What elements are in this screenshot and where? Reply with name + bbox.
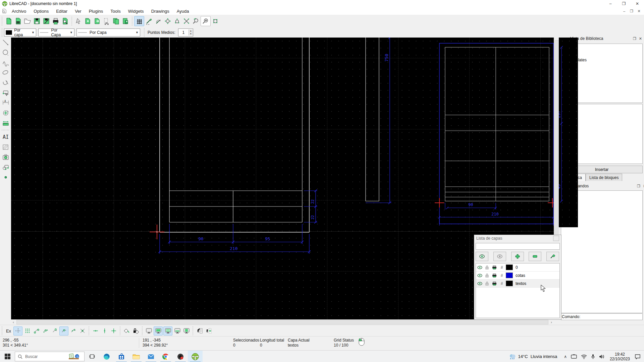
cut-icon[interactable] <box>102 16 111 26</box>
export-block-button[interactable] <box>93 16 102 26</box>
layer-visible-icon[interactable] <box>476 274 483 277</box>
layer-name[interactable]: textos <box>516 281 526 286</box>
drawing-canvas[interactable]: 90 95 210 22 22 750 <box>11 38 554 319</box>
layer-filter-input[interactable] <box>476 243 560 250</box>
layer-palette-title-bar[interactable]: Lista de capas <box>474 235 561 242</box>
pen-style-combo[interactable]: Por Capa ▼ <box>76 28 140 37</box>
snap-free-button[interactable] <box>13 326 22 336</box>
scroll-left-icon[interactable]: ‹ <box>11 320 16 324</box>
line-tool-button[interactable] <box>1 38 10 48</box>
add-layer-button[interactable] <box>511 252 524 261</box>
remove-layer-button[interactable] <box>529 252 541 261</box>
set-relative-zero-button[interactable] <box>122 327 131 335</box>
toolbar-handle[interactable] <box>141 326 144 335</box>
taskbar-store-icon[interactable] <box>114 351 129 362</box>
toolbar-handle[interactable] <box>88 326 90 335</box>
add-entity-attributes-button[interactable] <box>195 327 204 335</box>
draw-order-middle-button[interactable] <box>163 326 172 336</box>
taskbar-chrome-icon[interactable] <box>158 351 173 362</box>
draw-order-top-button[interactable] <box>154 326 163 336</box>
snap-endpoint-button[interactable] <box>32 327 41 335</box>
text-tool-button[interactable]: AI <box>1 132 10 142</box>
zoom-pan-button[interactable] <box>163 16 172 26</box>
menu-editar[interactable]: Editar <box>52 7 71 15</box>
restrict-vertical-button[interactable] <box>100 327 109 335</box>
layer-construction-icon[interactable]: # <box>498 281 505 286</box>
notification-center-icon[interactable] <box>635 354 641 359</box>
redraw-view-button[interactable] <box>182 327 191 335</box>
snap-center-button[interactable] <box>50 327 59 335</box>
layer-print-icon[interactable] <box>491 274 498 278</box>
toolbar-handle[interactable] <box>1 28 3 37</box>
dimension-tool-button[interactable]: A <box>1 98 10 108</box>
layer-name[interactable]: 0 <box>516 265 518 270</box>
cast-icon[interactable] <box>571 354 577 359</box>
spin-up-icon[interactable]: ▲ <box>189 29 193 33</box>
new-document-button[interactable] <box>4 16 13 26</box>
move-rotate-tool-button[interactable] <box>1 108 10 118</box>
select-pointer-button[interactable] <box>74 16 83 26</box>
weather-temperature[interactable]: 14°C <box>518 354 528 359</box>
taskbar-edge-icon[interactable] <box>99 351 114 362</box>
mdi-restore-button[interactable]: ❐ <box>628 8 635 14</box>
close-button[interactable]: ✕ <box>631 0 644 7</box>
add-selection-attributes-button[interactable] <box>204 327 213 335</box>
image-tool-button[interactable] <box>1 152 10 162</box>
toolbar-handle[interactable] <box>192 326 194 335</box>
hatch-tool-button[interactable] <box>1 142 10 152</box>
open-file-button[interactable] <box>23 16 32 26</box>
print-preview-button[interactable] <box>60 16 70 26</box>
snap-on-entity-button[interactable] <box>41 327 50 335</box>
weather-description[interactable]: Lluvia intensa <box>531 354 557 359</box>
float-panel-icon[interactable]: ❐ <box>637 184 640 188</box>
show-all-layers-button[interactable] <box>476 252 488 261</box>
zoom-redraw-button[interactable] <box>172 16 182 26</box>
restrict-horizontal-button[interactable] <box>91 327 100 335</box>
layer-name[interactable]: cotas <box>516 273 525 278</box>
zoom-in-button[interactable] <box>201 16 211 26</box>
grid-toggle-button[interactable] <box>134 16 144 26</box>
spin-down-icon[interactable]: ▼ <box>189 33 193 36</box>
lock-relative-zero-button[interactable] <box>131 327 140 335</box>
menu-plugins[interactable]: Plugins <box>85 7 107 15</box>
menu-archivo[interactable]: Archivo <box>8 7 30 15</box>
toolbar-handle[interactable] <box>70 17 73 25</box>
tab-lista-de-bloques[interactable]: Lista de bloques <box>586 174 622 181</box>
midpoints-spinner[interactable]: 1 ▲▼ <box>178 28 193 37</box>
start-button[interactable] <box>0 351 15 362</box>
block-tool-button[interactable] <box>1 162 10 172</box>
layer-row-2[interactable]: # textos <box>476 280 559 288</box>
mdi-minimize-button[interactable]: – <box>621 8 628 14</box>
point-tool-button[interactable] <box>1 172 10 182</box>
ellipse-tool-button[interactable] <box>1 68 10 78</box>
print-button[interactable] <box>51 16 60 26</box>
taskbar-librecad-icon[interactable] <box>188 351 203 362</box>
menu-options[interactable]: Options <box>30 7 52 15</box>
draw-order-bottom-button[interactable] <box>173 327 181 335</box>
paste-button[interactable] <box>121 16 130 26</box>
layer-print-icon[interactable] <box>491 265 498 269</box>
save-as-button[interactable] <box>42 16 51 26</box>
layer-lock-icon[interactable] <box>483 282 491 286</box>
menu-ayuda[interactable]: Ayuda <box>173 7 193 15</box>
layer-lock-icon[interactable] <box>483 265 491 269</box>
restrict-nothing-button[interactable] <box>109 327 118 335</box>
minimize-button[interactable]: – <box>604 0 617 7</box>
restore-button[interactable]: ❐ <box>617 0 631 7</box>
layer-visible-icon[interactable] <box>476 282 483 285</box>
palette-menu-button[interactable] <box>553 236 559 241</box>
layer-row-1[interactable]: # cotas <box>476 272 559 280</box>
taskbar-mail-icon[interactable] <box>144 351 158 362</box>
zoom-window-button[interactable] <box>211 16 220 26</box>
snap-grid-button[interactable] <box>23 327 32 335</box>
import-block-button[interactable] <box>83 16 93 26</box>
draft-view-button[interactable] <box>145 327 153 335</box>
wifi-icon[interactable] <box>581 354 587 359</box>
zoom-auto-button[interactable] <box>182 16 191 26</box>
task-view-button[interactable] <box>85 351 99 362</box>
horizontal-scrollbar[interactable]: ‹ › <box>11 319 554 325</box>
layer-row-0[interactable]: # 0 <box>476 263 559 272</box>
microphone-icon[interactable] <box>591 354 595 359</box>
layer-construction-icon[interactable]: # <box>498 273 505 278</box>
menu-widgets[interactable]: Widgets <box>124 7 148 15</box>
